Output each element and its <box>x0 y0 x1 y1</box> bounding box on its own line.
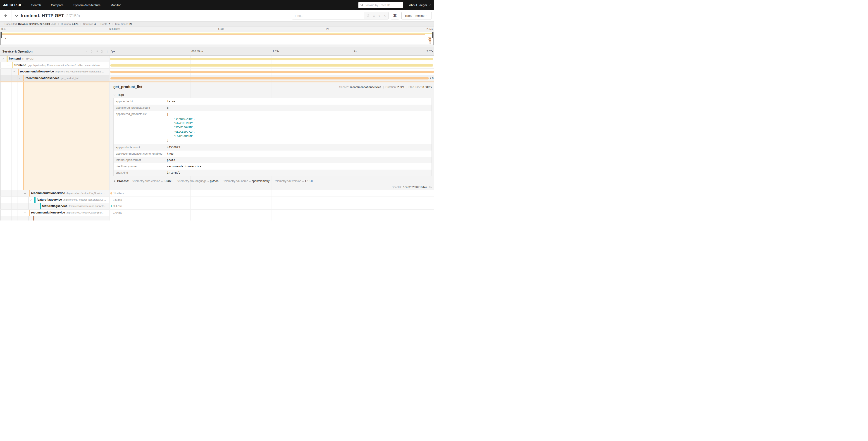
process-tag: telemetry.sdk.language=python <box>175 179 221 183</box>
collapse-all-button[interactable] <box>95 50 98 53</box>
trace-id-short: 2f715fb <box>66 13 80 18</box>
link-icon[interactable] <box>429 186 432 189</box>
tag-row[interactable]: app.filtered_products.list [ "1YMWWN1N4O… <box>114 111 432 144</box>
arrow-left-icon <box>4 13 8 18</box>
find-next-button[interactable]: ∨ <box>378 14 381 18</box>
stat-total-spans: Total Spans20 <box>113 23 135 25</box>
span-bar[interactable] <box>110 64 434 66</box>
span-bar-cell[interactable]: 1.04ms <box>109 210 434 216</box>
span-bar[interactable] <box>110 70 434 73</box>
span-service: recommendationservice <box>31 211 65 214</box>
minimap-span <box>429 41 431 42</box>
span-bar-cell[interactable]: 14.49ms <box>109 190 434 197</box>
tag-row[interactable]: otel.library.name recommendationservice <box>114 163 432 170</box>
nav-item-monitor[interactable]: Monitor <box>111 3 121 7</box>
find-prev-button[interactable]: ∧ <box>373 14 375 18</box>
stat-services: Services4 <box>81 23 98 25</box>
tag-row[interactable]: app.filtered_products.count 8 <box>114 105 432 111</box>
span-bar-cell[interactable]: 3.47ms <box>109 203 434 210</box>
span-bar-cell[interactable]: 3.68ms <box>109 197 434 203</box>
span-service: frontend <box>14 63 27 67</box>
tag-row[interactable]: app.cache_hit false <box>114 98 432 105</box>
top-nav: JAEGER UI Search Compare System Architec… <box>0 0 434 10</box>
tag-row[interactable]: span.kind internal <box>114 170 432 176</box>
span-row-recommendation-featureflag[interactable]: recommendationservice/hipstershop.Featur… <box>0 190 434 197</box>
chevron-down-icon[interactable] <box>7 64 10 67</box>
span-row-frontend-grpc[interactable]: frontendgrpc.hipstershop.RecommendationS… <box>0 62 434 69</box>
span-row-featureflag-getflag[interactable]: featureflagservice/hipstershop.FeatureFl… <box>0 197 434 203</box>
minimap-right-handle[interactable] <box>432 32 433 38</box>
span-operation: HTTP GET <box>22 57 35 60</box>
chevron-down-icon <box>426 14 429 17</box>
collapse-one-button[interactable] <box>85 50 88 53</box>
span-duration: 14.49ms <box>113 192 124 195</box>
span-operation: /hipstershop.ProductCatalogSer… <box>66 211 104 214</box>
target-icon <box>367 14 370 17</box>
span-bar[interactable] <box>111 212 111 214</box>
chevron-right-icon <box>113 180 116 182</box>
match-locate-button[interactable] <box>367 14 370 17</box>
collapse-trace-chevron-icon[interactable] <box>15 14 18 18</box>
tag-row[interactable]: app.recommendation.cache_enabled true <box>114 151 432 157</box>
span-bar-cell[interactable] <box>109 56 434 62</box>
span-bar[interactable] <box>111 77 429 80</box>
trace-id-lookup[interactable] <box>359 2 403 8</box>
span-bar[interactable] <box>111 205 112 207</box>
expand-all-button[interactable] <box>101 50 104 53</box>
tag-row[interactable]: internal.span.format proto <box>114 157 432 163</box>
expand-one-button[interactable] <box>90 50 93 53</box>
span-row-featureflag-repo-query[interactable]: featureflagservicefeatureflagservice.rep… <box>0 203 434 210</box>
span-row-frontend-http-get[interactable]: frontendHTTP GET <box>0 56 434 62</box>
span-bar[interactable] <box>110 58 433 60</box>
about-jaeger-menu[interactable]: About Jaeger <box>409 3 431 7</box>
chevron-down-icon[interactable] <box>13 70 15 73</box>
trace-stats-bar: Trace StartOctober 22 2022, 22:10:09.543… <box>0 21 434 27</box>
nav-item-search[interactable]: Search <box>31 3 41 7</box>
span-bar[interactable] <box>111 192 112 195</box>
span-operation: /hipstershop.FeatureFlagService… <box>66 192 105 195</box>
nav-item-system-architecture[interactable]: System Architecture <box>73 3 100 7</box>
span-duration: 2.62s <box>430 77 434 80</box>
span-id: SpanID:1ca2262df0e18447 <box>392 186 432 189</box>
tag-row[interactable]: app.products.count 44530923 <box>114 144 432 151</box>
span-operation: grpc.hipstershop.RecommendationService/L… <box>28 64 100 66</box>
span-row-recommendation-list[interactable]: recommendationservice/hipstershop.Recomm… <box>0 68 434 75</box>
span-bar-cell[interactable]: 2.62s <box>109 75 434 82</box>
nav-item-compare[interactable]: Compare <box>51 3 64 7</box>
trace-header-bar: frontend: HTTP GET 2f715fb ∧ ∨ ✕ ⌘ Trace… <box>0 10 434 21</box>
minimap-canvas[interactable] <box>0 32 434 45</box>
minimap-span <box>429 40 431 41</box>
span-row-get-product-list-selected[interactable]: recommendationserviceget_product_list 2.… <box>0 75 434 82</box>
process-accordion[interactable]: Process: telemetry.auto.version=0.34b0 t… <box>113 179 432 183</box>
trace-id-lookup-input[interactable] <box>365 3 401 7</box>
service-color-bar <box>23 75 25 82</box>
span-bar-cell[interactable] <box>109 216 434 220</box>
chevron-down-icon[interactable] <box>18 77 21 80</box>
service-color-bar <box>12 62 13 68</box>
chevron-down-icon[interactable] <box>29 199 32 201</box>
back-button[interactable] <box>0 10 12 21</box>
span-bar-cell[interactable] <box>109 62 434 69</box>
span-bar-cell[interactable] <box>109 68 434 75</box>
span-detail-meta: Service:recommendationservice Duration:2… <box>339 86 432 89</box>
chevron-down-icon[interactable] <box>2 58 4 60</box>
span-operation: get_product_list <box>61 77 79 80</box>
minimap-span <box>1 33 432 34</box>
span-bar[interactable] <box>111 199 111 201</box>
process-tag: telemetry.sdk.name=opentelemetry <box>221 179 273 183</box>
service-color-bar <box>33 216 34 220</box>
minimap-left-handle[interactable] <box>1 32 2 38</box>
span-row-partial[interactable] <box>0 216 434 220</box>
jaeger-logo[interactable]: JAEGER UI <box>3 3 21 7</box>
span-row-recommendation-productcatalog[interactable]: recommendationservice/hipstershop.Produc… <box>0 210 434 216</box>
span-duration: 3.47ms <box>113 205 122 208</box>
trace-view-selector[interactable]: Trace Timeline <box>401 12 432 20</box>
chevron-down-icon[interactable] <box>24 192 26 195</box>
tags-accordion-toggle[interactable]: Tags <box>113 93 432 96</box>
keyboard-shortcuts-button[interactable]: ⌘ <box>391 12 399 20</box>
column-resize-handle[interactable]: || <box>107 50 108 53</box>
find-input[interactable] <box>292 12 364 19</box>
chevron-down-icon[interactable] <box>24 212 26 214</box>
span-bar[interactable] <box>111 217 111 220</box>
find-clear-button[interactable]: ✕ <box>383 14 386 18</box>
